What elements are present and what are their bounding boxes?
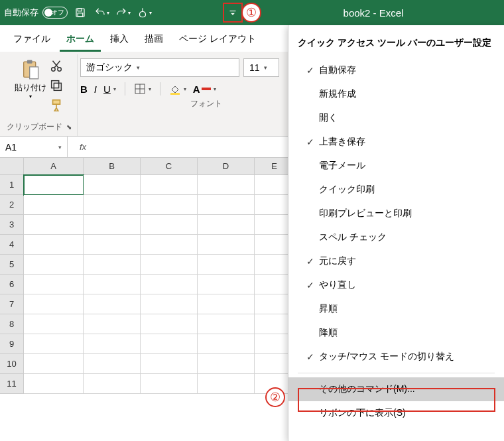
cell[interactable]	[84, 195, 141, 215]
menu-item-email[interactable]: 電子メール	[288, 154, 504, 178]
tab-draw[interactable]: 描画	[138, 31, 170, 52]
tab-file[interactable]: ファイル	[7, 31, 57, 52]
cell[interactable]	[198, 294, 255, 314]
cell[interactable]	[141, 235, 198, 255]
cell[interactable]	[141, 195, 198, 215]
cell[interactable]	[24, 354, 84, 374]
cell[interactable]	[141, 354, 198, 374]
cell[interactable]	[24, 195, 84, 215]
row-header[interactable]: 5	[0, 255, 24, 275]
select-all-corner[interactable]	[0, 158, 24, 175]
menu-item-sortdesc[interactable]: 降順	[288, 321, 504, 345]
save-icon[interactable]	[72, 4, 89, 21]
row-header[interactable]: 7	[0, 294, 24, 314]
row-header[interactable]: 4	[0, 235, 24, 255]
autosave-toggle[interactable]: オフ	[42, 7, 68, 19]
cell[interactable]	[141, 334, 198, 354]
cell[interactable]	[24, 314, 84, 334]
cell[interactable]	[84, 294, 141, 314]
redo-icon[interactable]: ▾	[114, 4, 131, 21]
menu-item-quickprint[interactable]: クイック印刷	[288, 178, 504, 202]
fx-icon[interactable]: fx	[68, 142, 98, 152]
italic-button[interactable]: I	[94, 84, 97, 95]
customize-qat-dropdown-icon[interactable]	[223, 3, 243, 23]
cell[interactable]	[198, 255, 255, 275]
cell[interactable]	[84, 334, 141, 354]
cell[interactable]	[141, 175, 198, 195]
cell[interactable]	[24, 275, 84, 294]
copy-icon[interactable]	[49, 78, 64, 93]
undo-icon[interactable]: ▾	[93, 4, 110, 21]
cell[interactable]	[24, 235, 84, 255]
cell[interactable]	[198, 275, 255, 294]
menu-item-new[interactable]: 新規作成	[288, 82, 504, 106]
cell[interactable]	[198, 175, 255, 195]
row-header[interactable]: 11	[0, 374, 24, 394]
cell[interactable]	[198, 354, 255, 374]
row-header[interactable]: 3	[0, 215, 24, 235]
cell[interactable]	[198, 195, 255, 215]
row-header[interactable]: 1	[0, 175, 24, 195]
cell[interactable]	[141, 215, 198, 235]
menu-item-printpreview[interactable]: 印刷プレビューと印刷	[288, 202, 504, 225]
underline-button[interactable]: U▾	[103, 84, 116, 95]
cell[interactable]	[84, 314, 141, 334]
menu-item-touchmouse[interactable]: ✓タッチ/マウス モードの切り替え	[288, 345, 504, 369]
menu-item-show-below[interactable]: リボンの下に表示(S)	[288, 401, 504, 425]
clipboard-dialog-launcher-icon[interactable]: ⬊	[66, 123, 72, 131]
cell[interactable]	[84, 255, 141, 275]
menu-item-open[interactable]: 開く	[288, 106, 504, 130]
cell-A1[interactable]	[24, 175, 84, 195]
cell[interactable]	[84, 215, 141, 235]
cell[interactable]	[198, 374, 255, 394]
borders-button[interactable]: ▾	[134, 83, 151, 95]
menu-item-sortasc[interactable]: 昇順	[288, 297, 504, 321]
cell[interactable]	[198, 235, 255, 255]
cell[interactable]	[24, 334, 84, 354]
cell[interactable]	[141, 374, 198, 394]
row-header[interactable]: 8	[0, 314, 24, 334]
cut-icon[interactable]	[49, 58, 64, 73]
cell[interactable]	[24, 215, 84, 235]
cell[interactable]	[84, 175, 141, 195]
menu-item-spellcheck[interactable]: スペル チェック	[288, 225, 504, 249]
cell[interactable]	[141, 314, 198, 334]
autosave-control[interactable]: 自動保存 オフ	[4, 7, 68, 19]
tab-insert[interactable]: 挿入	[103, 31, 135, 52]
menu-item-more-commands[interactable]: その他のコマンド(M)...	[288, 377, 504, 401]
cell[interactable]	[24, 294, 84, 314]
font-name-combo[interactable]: 游ゴシック▾	[80, 58, 239, 77]
col-header[interactable]: D	[198, 158, 255, 175]
cell[interactable]	[198, 314, 255, 334]
tab-pagelayout[interactable]: ページ レイアウト	[172, 31, 263, 52]
cell[interactable]	[141, 275, 198, 294]
cell[interactable]	[84, 235, 141, 255]
format-painter-icon[interactable]	[49, 98, 64, 113]
col-header[interactable]: B	[84, 158, 141, 175]
row-header[interactable]: 9	[0, 334, 24, 354]
cell[interactable]	[141, 294, 198, 314]
cell[interactable]	[24, 374, 84, 394]
name-box[interactable]: A1▾	[0, 137, 68, 157]
col-header[interactable]: C	[141, 158, 198, 175]
row-header[interactable]: 10	[0, 354, 24, 374]
bold-button[interactable]: B	[80, 84, 88, 95]
menu-item-redo[interactable]: ✓やり直し	[288, 273, 504, 297]
menu-item-save[interactable]: ✓上書き保存	[288, 130, 504, 154]
paste-button[interactable]: 貼り付け ▾	[15, 56, 46, 99]
font-size-combo[interactable]: 11▾	[243, 58, 279, 77]
row-header[interactable]: 6	[0, 275, 24, 294]
touch-mouse-icon[interactable]: ▾	[135, 4, 153, 21]
col-header[interactable]: A	[24, 158, 84, 175]
font-color-button[interactable]: A ▾	[193, 84, 216, 95]
cell[interactable]	[198, 215, 255, 235]
cell[interactable]	[84, 374, 141, 394]
cell[interactable]	[24, 255, 84, 275]
menu-item-undo[interactable]: ✓元に戻す	[288, 249, 504, 273]
tab-home[interactable]: ホーム	[60, 31, 101, 52]
menu-item-autosave[interactable]: ✓自動保存	[288, 58, 504, 82]
cell[interactable]	[198, 334, 255, 354]
row-header[interactable]: 2	[0, 195, 24, 215]
cell[interactable]	[141, 255, 198, 275]
fill-color-button[interactable]: ▾	[169, 83, 186, 95]
